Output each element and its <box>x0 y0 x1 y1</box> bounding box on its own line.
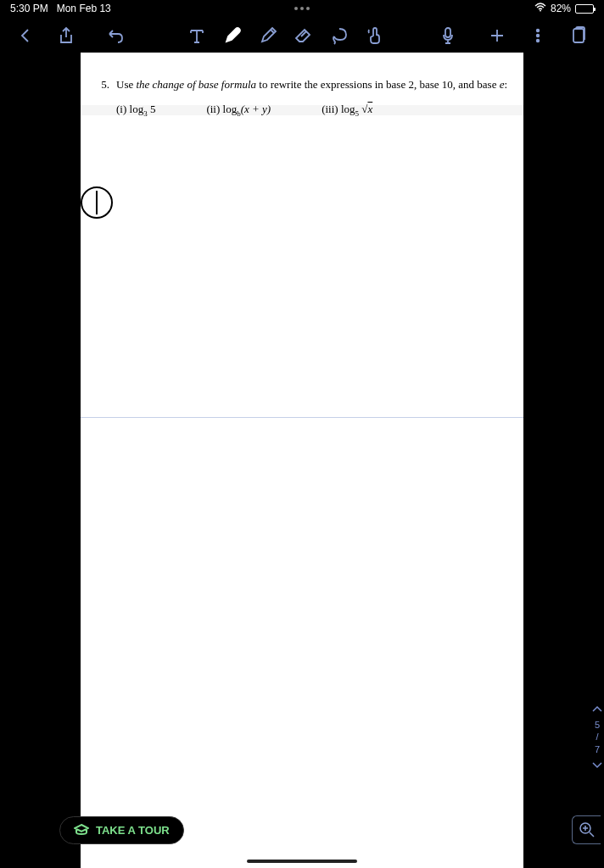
part-iii-sqrt: √x <box>361 103 372 115</box>
page-divider <box>81 417 523 418</box>
page-content: 5. Use the change of base formula to rew… <box>81 53 523 143</box>
page-top-shade <box>81 105 523 115</box>
tour-label: TAKE A TOUR <box>96 824 170 837</box>
svg-point-3 <box>537 35 540 37</box>
page-total: 7 <box>595 743 600 755</box>
toolbar <box>0 17 604 54</box>
part-iii-arg: x <box>367 103 372 115</box>
problem-intro: Use <box>116 78 136 91</box>
svg-rect-1 <box>445 28 450 37</box>
pen-tool[interactable] <box>221 24 244 47</box>
graduation-cap-icon <box>74 823 89 837</box>
page-indicator[interactable]: 5 / 7 <box>595 719 600 755</box>
problem-colon: : <box>504 78 507 91</box>
problem-rest: to rewrite the expressions in base 2, ba… <box>256 78 500 91</box>
page-up-button[interactable] <box>592 704 602 714</box>
multitask-dots[interactable] <box>294 7 310 10</box>
take-tour-button[interactable]: TAKE A TOUR <box>59 816 184 844</box>
battery-icon <box>575 4 594 14</box>
eraser-tool[interactable] <box>292 24 316 47</box>
pencil-tool[interactable] <box>256 24 280 47</box>
lasso-tool[interactable] <box>327 24 351 47</box>
text-tool[interactable] <box>185 24 209 47</box>
zoom-in-button[interactable] <box>572 815 601 844</box>
status-bar: 5:30 PM Mon Feb 13 82% <box>0 0 604 17</box>
svg-point-4 <box>537 40 540 42</box>
status-right: 82% <box>534 3 594 14</box>
gesture-tool[interactable] <box>363 24 387 47</box>
svg-point-0 <box>540 10 541 12</box>
battery-percent: 82% <box>551 3 571 14</box>
home-indicator[interactable] <box>247 860 357 863</box>
share-button[interactable] <box>54 24 78 47</box>
page-navigator: 5 / 7 <box>592 704 602 771</box>
page-down-button[interactable] <box>592 760 602 771</box>
undo-button[interactable] <box>103 24 127 47</box>
handwritten-annotation-stroke <box>96 191 98 214</box>
status-date: Mon Feb 13 <box>57 3 111 14</box>
svg-point-2 <box>537 30 540 32</box>
microphone-button[interactable] <box>436 24 460 47</box>
document-canvas[interactable]: 5. Use the change of base formula to rew… <box>81 53 523 868</box>
page-current: 5 <box>595 719 600 731</box>
status-left: 5:30 PM Mon Feb 13 <box>10 3 111 14</box>
status-time: 5:30 PM <box>10 3 48 14</box>
more-button[interactable] <box>526 24 550 47</box>
wifi-icon <box>534 3 546 14</box>
problem-italic: the change of base formula <box>136 78 256 91</box>
pages-button[interactable] <box>567 24 590 47</box>
add-button[interactable] <box>485 24 509 47</box>
back-button[interactable] <box>14 24 37 47</box>
page-sep: / <box>596 731 598 743</box>
svg-rect-5 <box>573 29 584 42</box>
